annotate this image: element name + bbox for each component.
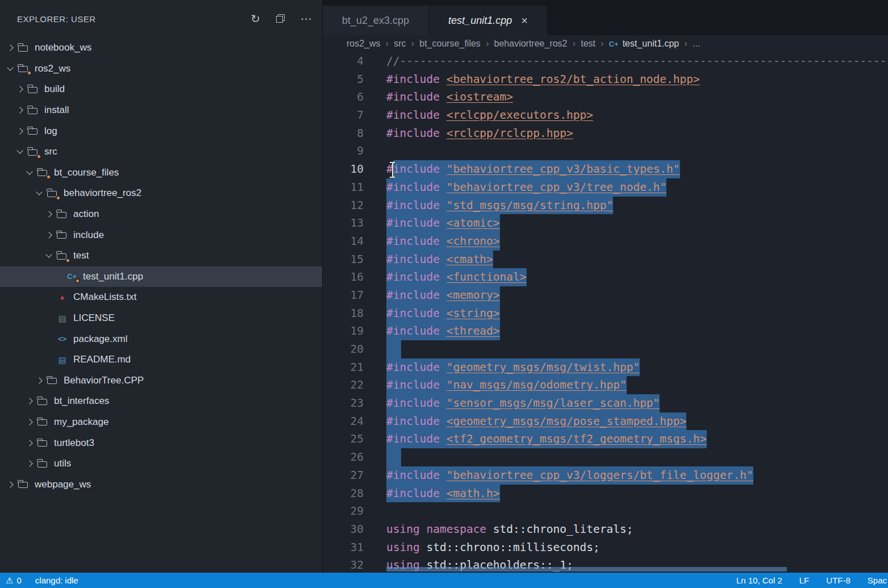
line-content: using std::chrono::milliseconds; [364, 539, 600, 557]
line-content: #include <atomic> [364, 214, 500, 232]
md-file-icon: ▤ [57, 355, 68, 365]
selection-highlight: #include "behaviortree_cpp_v3/tree_node.… [386, 178, 666, 197]
chevron-right-icon[interactable] [24, 441, 35, 445]
chevron-down-icon[interactable] [43, 255, 55, 257]
chevron-right-icon[interactable] [34, 378, 45, 383]
chevron-down-icon[interactable] [14, 151, 26, 153]
tree-item-behaviortree-ros2[interactable]: behaviortree_ros2 [0, 183, 322, 204]
status-encoding[interactable]: UTF-8 [826, 576, 851, 585]
code-token: <rclcpp/rclcpp.hpp> [447, 124, 573, 143]
chevron-right-icon[interactable] [14, 129, 26, 134]
breadcrumb-item--[interactable]: ... [693, 39, 700, 49]
chevron-right-icon[interactable] [24, 420, 35, 424]
code-line: 28#include <math.h> [323, 485, 888, 503]
breadcrumb-item-test-unit1-cpp[interactable]: C+test_unit1.cpp [609, 39, 679, 49]
chevron-right-icon[interactable] [14, 87, 26, 91]
code-token [440, 232, 447, 251]
tree-item-action[interactable]: action [0, 204, 322, 225]
tree-item-behaviortree-cpp[interactable]: BehaviorTree.CPP [0, 370, 322, 391]
tree-item-license[interactable]: ▤LICENSE [0, 308, 322, 329]
modified-dot [36, 154, 41, 159]
breadcrumb-item-test[interactable]: test [581, 39, 595, 49]
tree-item-bt-course-files[interactable]: bt_course_files [0, 162, 322, 184]
line-number: 21 [323, 358, 364, 377]
code-token: #include [386, 70, 440, 89]
tree-item-bt-interfaces[interactable]: bt_interfaces [0, 391, 322, 412]
status-indentation[interactable]: Spac [868, 576, 887, 585]
chevron-right-icon[interactable] [24, 399, 35, 403]
tree-item-log[interactable]: log [0, 120, 322, 141]
tree-item-label: action [73, 208, 99, 220]
tab-bt-u2-ex3-cpp[interactable]: bt_u2_ex3.cpp [323, 6, 429, 35]
chevron-down-icon[interactable] [24, 172, 35, 174]
folder-icon [18, 64, 29, 73]
folder-icon [18, 43, 29, 53]
modified-dot [75, 278, 80, 283]
folder-shape [57, 253, 66, 260]
tree-item-label: test [73, 250, 89, 261]
license-file-icon: ▤ [57, 314, 68, 323]
code-token: using [386, 539, 420, 557]
code-token: using [386, 520, 420, 539]
status-right: Ln 10, Col 2LFUTF-8Spac [736, 576, 887, 585]
chevron-down-icon[interactable] [5, 68, 16, 70]
tree-item-test-unit1-cpp[interactable]: C+test_unit1.cpp [0, 266, 322, 287]
status-left[interactable]: ⚠ 0 clangd: idle [6, 576, 78, 586]
tree-item-build[interactable]: build [0, 79, 322, 100]
code-line: 17#include <memory> [323, 286, 888, 305]
tree-item-turtlebot3[interactable]: turtlebot3 [0, 432, 322, 453]
breadcrumb-item-ros2-ws[interactable]: ros2_ws [347, 39, 381, 49]
line-number: 6 [323, 88, 364, 106]
tree-item-test[interactable]: test [0, 245, 322, 266]
line-content: #include "geometry_msgs/msg/twist.hpp" [364, 358, 640, 377]
tree-item-label: turtlebot3 [54, 437, 94, 449]
selection-highlight: #include <math.h> [386, 485, 500, 503]
tree-item-package-xml[interactable]: <>package.xml [0, 328, 322, 349]
breadcrumb-separator-icon: › [386, 38, 389, 49]
collapse-folders-icon[interactable] [276, 13, 285, 24]
tree-item-readme-md[interactable]: ▤README.md [0, 349, 322, 370]
tab-test-unit1-cpp[interactable]: test_unit1.cpp× [429, 6, 548, 35]
tree-item-my-package[interactable]: my_package [0, 412, 322, 433]
tree-item-ros2-ws[interactable]: ros2_ws [0, 59, 322, 80]
line-number: 20 [323, 340, 364, 358]
breadcrumb-item-bt-course-files[interactable]: bt_course_files [419, 39, 481, 49]
close-icon[interactable]: × [521, 14, 528, 27]
tab-bar: bt_u2_ex3.cpptest_unit1.cpp× [323, 0, 888, 35]
selection-highlight: #include <geometry_msgs/msg/pose_stamped… [386, 412, 686, 431]
more-actions-icon[interactable]: ⋯ [301, 13, 312, 24]
chevron-down-icon[interactable] [34, 192, 45, 194]
breadcrumb-item-src[interactable]: src [394, 39, 406, 49]
code-token: #include [386, 394, 440, 412]
chevron-right-icon[interactable] [14, 108, 26, 112]
tree-item-label: src [44, 146, 57, 157]
tree-item-include[interactable]: include [0, 224, 322, 245]
code-token: #include [386, 430, 440, 448]
tree-item-utils[interactable]: utils [0, 453, 322, 474]
breadcrumb-label: test [581, 39, 595, 49]
status-eol[interactable]: LF [799, 576, 810, 585]
code-line: 4//-------------------------------------… [323, 52, 888, 70]
chevron-right-icon[interactable] [5, 482, 16, 487]
tree-item-notebook-ws[interactable]: notebook_ws [0, 37, 322, 59]
tree-item-webpage-ws[interactable]: webpage_ws [0, 474, 322, 495]
tree-item-install[interactable]: install [0, 100, 322, 121]
selection-highlight: #include "geometry_msgs/msg/twist.hpp" [386, 358, 640, 377]
tree-item-cmakelists-txt[interactable]: ▲CMakeLists.txt [0, 287, 322, 308]
code-token: #include [386, 376, 440, 394]
line-content: #include "behaviortree_cpp_v3/tree_node.… [364, 178, 666, 197]
code-area[interactable]: 4//-------------------------------------… [323, 52, 888, 573]
chevron-right-icon[interactable] [24, 461, 35, 466]
refresh-icon[interactable]: ↻ [251, 13, 260, 24]
tree-item-src[interactable]: src [0, 141, 322, 162]
selection-highlight: #include "std_msgs/msg/string.hpp" [386, 197, 613, 215]
line-number: 27 [323, 466, 364, 485]
tree-item-label: utils [54, 458, 71, 469]
status-cursor-position[interactable]: Ln 10, Col 2 [736, 576, 782, 585]
mouse-cursor-ibeam [389, 161, 395, 178]
breadcrumb-item-behaviortree-ros2[interactable]: behaviortree_ros2 [494, 39, 568, 49]
chevron-right-icon[interactable] [43, 233, 55, 237]
chevron-right-icon[interactable] [43, 212, 55, 216]
chevron-right-icon[interactable] [5, 45, 16, 50]
horizontal-scrollbar-thumb[interactable] [386, 567, 787, 572]
